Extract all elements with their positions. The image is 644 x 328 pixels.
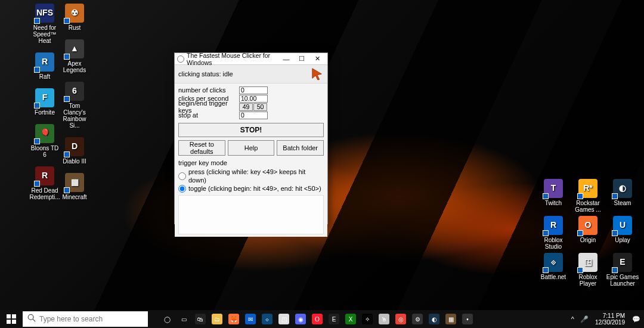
mode-press-row[interactable]: press (clicking while: key <49> keeps hi… <box>178 168 324 184</box>
desktop-icon-label: Need for Speed™ Heat <box>30 24 60 44</box>
maximize-button[interactable]: ☐ <box>294 54 309 64</box>
taskbar-pinned-firefox[interactable]: 🦊 <box>225 310 242 328</box>
taskbar-pinned-razer[interactable]: ⟡ <box>359 310 376 328</box>
desktop-icon[interactable]: ◳Roblox Player <box>571 253 605 287</box>
cortana-circle-icon: ◯ <box>162 314 172 324</box>
taskbar-pinned-settings[interactable]: ⚙ <box>409 310 426 328</box>
desktop-icon[interactable]: OOrigin <box>571 216 605 250</box>
taskbar-pinned-area: ◯▭🛍🗂🦊✉⟐◳◉OEX⟡🖱◎⚙◐▦• <box>159 310 476 328</box>
taskbar-pinned-steam[interactable]: ◐ <box>426 310 442 328</box>
reset-defaults-button[interactable]: Reset to defaults <box>178 140 225 156</box>
taskbar-pinned-discord[interactable]: ◉ <box>292 310 309 328</box>
mode-toggle-label: toggle (clicking begin: hit <49>, end: h… <box>188 184 321 193</box>
app-icon: E <box>613 253 632 272</box>
taskbar-pinned-ms-store[interactable]: 🛍 <box>192 310 209 328</box>
shortcut-arrow-icon <box>612 267 618 273</box>
desktop-icon-label: Diablo III <box>63 158 86 165</box>
num-clicks-input[interactable] <box>239 86 268 94</box>
desktop-icon[interactable]: RRaft <box>30 52 60 80</box>
taskbar-pinned-opera[interactable]: O <box>309 310 326 328</box>
desktop-icon[interactable]: ▲Apex Legends <box>60 39 89 73</box>
desktop-icon[interactable]: UUplay <box>606 216 639 250</box>
taskbar-pinned-cortana-circle[interactable]: ◯ <box>159 310 175 328</box>
desktop-icon-label: Twitch <box>545 200 562 206</box>
taskbar-pinned-clicker-app[interactable]: 🖱 <box>376 310 392 328</box>
minecraft-icon: ▦ <box>445 314 456 324</box>
taskbar-pinned-roblox[interactable]: ◳ <box>275 310 292 328</box>
one-more-icon: • <box>462 314 473 324</box>
taskbar-pinned-epic-games[interactable]: E <box>326 310 342 328</box>
mode-toggle-row[interactable]: toggle (clicking begin: hit <49>, end: h… <box>178 184 324 193</box>
app-icon: ▦ <box>65 173 84 192</box>
desktop-icon-label: Roblox Player <box>571 274 605 287</box>
desktop-icon[interactable]: RRed Dead Redempti... <box>30 166 60 200</box>
desktop-icon-label: Battle.net <box>541 274 566 280</box>
desktop-icon[interactable]: EEpic Games Launcher <box>606 253 639 287</box>
titlebar[interactable]: The Fastest Mouse Clicker for Windows — … <box>175 53 327 65</box>
shortcut-arrow-icon <box>612 193 618 199</box>
desktop-icon-label: Epic Games Launcher <box>606 274 639 287</box>
taskbar-search[interactable] <box>23 311 148 327</box>
shortcut-arrow-icon <box>543 230 549 236</box>
svg-rect-3 <box>12 320 16 324</box>
num-clicks-label: number of clicks <box>178 86 239 94</box>
taskbar-pinned-minecraft[interactable]: ▦ <box>442 310 459 328</box>
trigger-mode-group: trigger key mode press (clicking while: … <box>178 159 324 193</box>
stop-button[interactable]: STOP! <box>178 123 324 137</box>
shortcut-arrow-icon <box>64 18 70 24</box>
tray-notifications-icon[interactable]: 💬 <box>628 315 644 323</box>
desktop-icon[interactable]: ▦Minecraft <box>60 173 89 200</box>
trigger-begin-input[interactable] <box>239 103 253 111</box>
batch-folder-button[interactable]: Batch folder <box>277 140 324 156</box>
desktop-icon[interactable]: ◐Steam <box>606 179 639 213</box>
taskbar-pinned-mail[interactable]: ✉ <box>242 310 259 328</box>
mode-toggle-radio[interactable] <box>178 185 186 193</box>
stop-at-input[interactable] <box>239 112 268 119</box>
taskbar-pinned-chrome[interactable]: ◎ <box>392 310 409 328</box>
desktop-icon[interactable]: RRoblox Studio <box>537 216 570 250</box>
desktop-icon-label: Roblox Studio <box>537 237 570 250</box>
chrome-icon: ◎ <box>395 314 406 324</box>
taskbar-search-input[interactable] <box>39 315 143 323</box>
shortcut-arrow-icon <box>34 18 40 24</box>
close-button[interactable]: ✕ <box>309 54 325 64</box>
tray-chevron-icon[interactable]: ^ <box>568 315 577 323</box>
trigger-end-input[interactable] <box>253 103 267 111</box>
shortcut-arrow-icon <box>543 193 549 199</box>
epic-games-icon: E <box>329 314 339 324</box>
taskbar-pinned-one-more[interactable]: • <box>459 310 476 328</box>
taskbar-pinned-xbox[interactable]: X <box>342 310 359 328</box>
desktop-icon[interactable]: ☢Rust <box>60 4 89 31</box>
cps-input[interactable] <box>239 95 268 103</box>
desktop-icon[interactable]: NFSNeed for Speed™ Heat <box>30 4 60 44</box>
tray-clock[interactable]: 7:11 PM 12/30/2019 <box>592 312 628 326</box>
xbox-icon: X <box>345 314 356 324</box>
taskbar-pinned-file-explorer[interactable]: 🗂 <box>209 310 225 328</box>
clicking-status-label: clicking status: idle <box>178 70 233 78</box>
desktop-icon[interactable]: 6Tom Clancy's Rainbow Si... <box>60 82 89 129</box>
start-button[interactable] <box>0 310 23 328</box>
taskbar-pinned-battle-net[interactable]: ⟐ <box>259 310 275 328</box>
desktop-icon[interactable]: R*Rockstar Games ... <box>571 179 605 213</box>
desktop-icon-label: Fortnite <box>35 109 55 116</box>
tray-mic-icon[interactable]: 🎤 <box>577 315 592 323</box>
desktop-icon[interactable]: DDiablo III <box>60 137 89 165</box>
taskbar-pinned-task-view[interactable]: ▭ <box>175 310 192 328</box>
help-button[interactable]: Help <box>228 140 275 156</box>
desktop-icon[interactable]: TTwitch <box>537 179 570 213</box>
desktop-icon[interactable]: ⟐Battle.net <box>537 253 570 287</box>
opera-icon: O <box>312 314 323 324</box>
tray-date: 12/30/2019 <box>595 319 625 326</box>
app-icon: ▲ <box>65 39 84 58</box>
desktop-icon[interactable]: 🎈Bloons TD 6 <box>30 124 60 158</box>
firefox-icon: 🦊 <box>228 314 239 324</box>
minimize-button[interactable]: — <box>278 54 294 64</box>
desktop-icon[interactable]: FFortnite <box>30 88 60 116</box>
desktop-icon-label: Raft <box>39 73 50 80</box>
app-icon: ◳ <box>578 253 597 272</box>
shortcut-arrow-icon <box>34 103 40 109</box>
svg-point-4 <box>28 314 33 320</box>
mode-press-radio[interactable] <box>178 172 186 180</box>
desktop-icon-label: Tom Clancy's Rainbow Si... <box>60 103 89 129</box>
desktop-icon-label: Rockstar Games ... <box>571 200 605 213</box>
